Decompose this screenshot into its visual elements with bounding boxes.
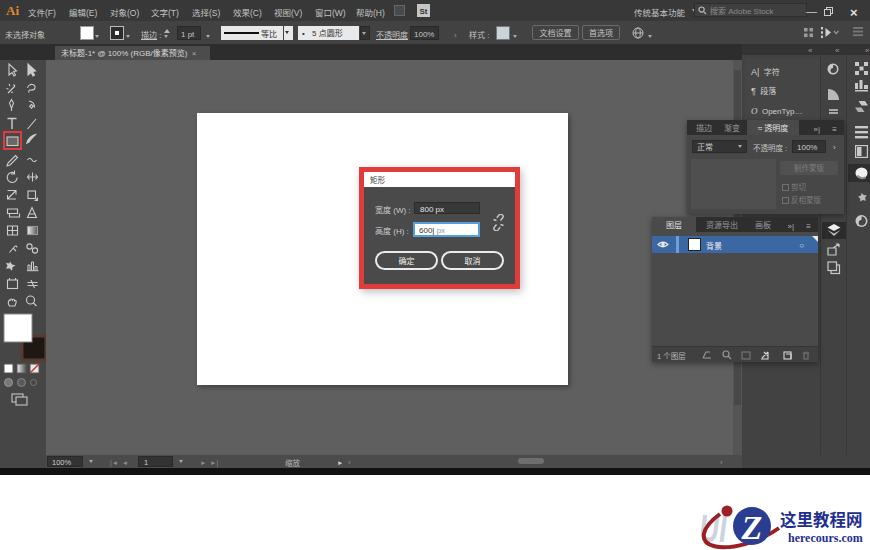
svg-text:UI: UI bbox=[699, 498, 727, 550]
svg-text:herecours.com: herecours.com bbox=[788, 531, 863, 545]
svg-text:Z: Z bbox=[741, 509, 763, 546]
svg-text:这里教程网: 这里教程网 bbox=[780, 507, 863, 531]
